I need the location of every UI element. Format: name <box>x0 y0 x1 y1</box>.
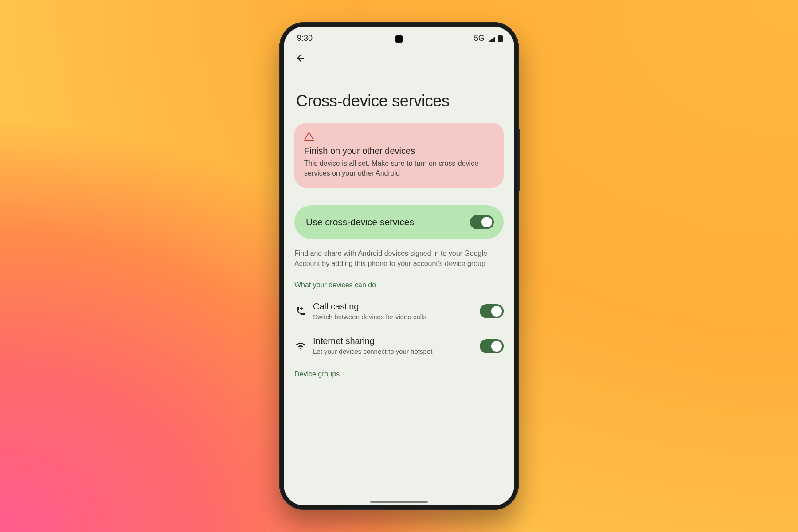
alert-card: Finish on your other devices This device… <box>294 123 504 188</box>
master-toggle-row[interactable]: Use cross-device services <box>294 205 504 239</box>
page-title: Cross-device services <box>284 71 514 123</box>
wifi-icon <box>294 340 307 352</box>
device-groups-link[interactable]: Device groups <box>294 370 504 386</box>
svg-rect-2 <box>309 135 309 137</box>
master-toggle[interactable] <box>470 215 494 229</box>
svg-rect-1 <box>499 35 501 36</box>
phone-forwarded-icon <box>294 305 307 317</box>
divider <box>469 337 469 355</box>
alert-title: Finish on your other devices <box>304 146 494 156</box>
status-time: 9:30 <box>297 34 313 43</box>
signal-icon <box>487 35 495 42</box>
svg-rect-0 <box>498 35 503 42</box>
feature-call-casting[interactable]: Call casting Switch between devices for … <box>294 299 504 324</box>
internet-sharing-toggle[interactable] <box>480 339 504 353</box>
warning-icon <box>304 132 494 142</box>
status-network: 5G <box>474 34 485 43</box>
feature-title: Internet sharing <box>313 336 460 346</box>
feature-internet-sharing[interactable]: Internet sharing Let your devices connec… <box>294 333 504 359</box>
feature-subtitle: Let your devices connect to your hotspot <box>313 347 460 356</box>
front-camera <box>395 35 403 43</box>
alert-body: This device is all set. Make sure to tur… <box>304 159 494 178</box>
gesture-bar[interactable] <box>370 501 428 503</box>
screen: 9:30 5G Cross-device services <box>284 27 514 505</box>
feature-title: Call casting <box>313 301 460 312</box>
section-header: What your devices can do <box>294 281 504 289</box>
master-toggle-label: Use cross-device services <box>306 217 414 227</box>
feature-subtitle: Switch between devices for video calls <box>313 313 460 321</box>
phone-frame: 9:30 5G Cross-device services <box>279 22 519 510</box>
divider <box>469 302 469 321</box>
call-casting-toggle[interactable] <box>480 304 504 318</box>
back-button[interactable] <box>292 50 309 68</box>
helper-text: Find and share with Android devices sign… <box>294 249 504 269</box>
svg-rect-3 <box>309 138 309 139</box>
app-bar <box>284 45 514 71</box>
battery-icon <box>498 35 503 42</box>
arrow-back-icon <box>295 53 306 65</box>
